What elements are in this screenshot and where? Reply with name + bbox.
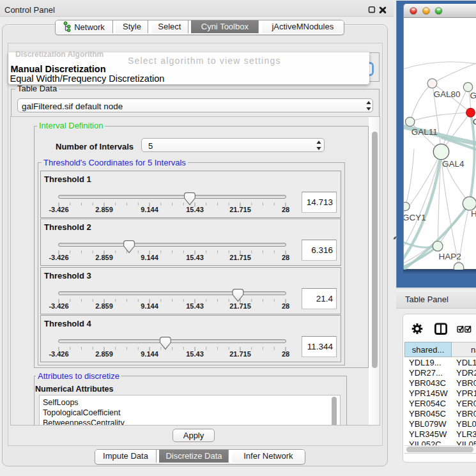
svg-text:21.715: 21.715 <box>229 254 251 261</box>
svg-text:-3.426: -3.426 <box>49 206 68 213</box>
svg-text:9.144: 9.144 <box>141 302 158 310</box>
svg-text:-3.426: -3.426 <box>49 302 68 310</box>
svg-text:GAL80: GAL80 <box>433 89 460 99</box>
svg-text:28: 28 <box>282 254 289 261</box>
svg-text:9.144: 9.144 <box>141 350 158 358</box>
svg-text:GCY1: GCY1 <box>404 212 426 222</box>
svg-text:21.715: 21.715 <box>229 302 251 310</box>
svg-text:28: 28 <box>282 350 289 358</box>
svg-text:GAL11: GAL11 <box>411 127 437 136</box>
svg-text:9.144: 9.144 <box>141 206 158 213</box>
svg-text:H: H <box>471 209 476 219</box>
svg-text:21.715: 21.715 <box>229 206 251 213</box>
svg-text:15.43: 15.43 <box>186 206 204 213</box>
svg-text:15.43: 15.43 <box>186 254 204 261</box>
svg-text:2.859: 2.859 <box>95 350 113 358</box>
svg-text:2.859: 2.859 <box>95 254 113 261</box>
svg-text:-3.426: -3.426 <box>49 350 68 358</box>
svg-text:9.144: 9.144 <box>141 254 158 261</box>
svg-text:HAP2: HAP2 <box>438 252 461 261</box>
svg-text:2.859: 2.859 <box>95 206 113 213</box>
svg-text:GAL4: GAL4 <box>442 158 464 168</box>
svg-text:28: 28 <box>282 302 289 310</box>
svg-text:-3.426: -3.426 <box>49 254 68 261</box>
svg-text:28: 28 <box>282 206 289 213</box>
svg-text:GA: GA <box>470 91 476 100</box>
svg-text:2.859: 2.859 <box>95 302 113 310</box>
svg-text:15.43: 15.43 <box>186 302 204 310</box>
svg-text:21.715: 21.715 <box>229 350 251 358</box>
svg-text:G: G <box>473 116 476 126</box>
svg-text:15.43: 15.43 <box>186 350 204 358</box>
